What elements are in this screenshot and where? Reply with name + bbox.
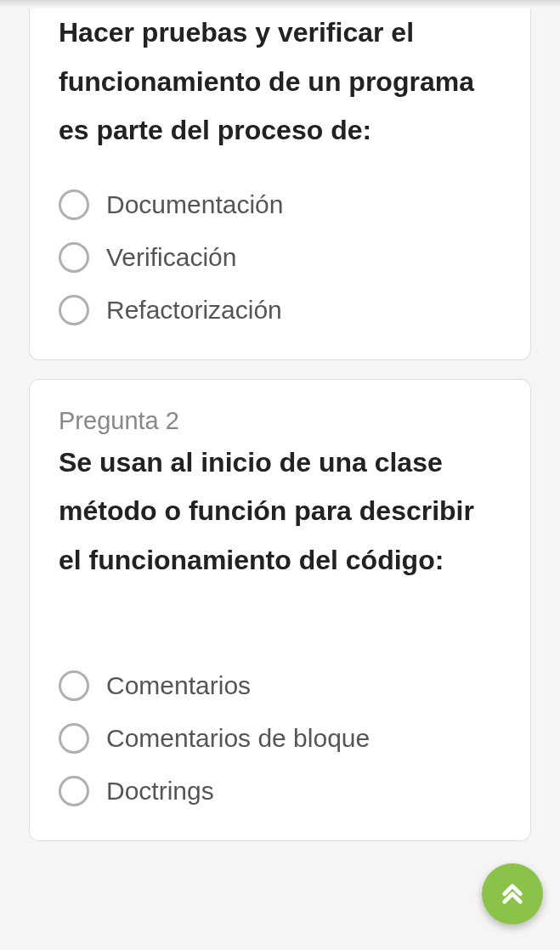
option-row[interactable]: Comentarios de bloque: [59, 723, 501, 754]
radio-icon: [59, 242, 89, 273]
question-card-1: Hacer pruebas y verificar el funcionamie…: [29, 8, 531, 360]
option-text: Comentarios: [106, 671, 251, 700]
option-text: Verificación: [106, 243, 236, 272]
question-text: Hacer pruebas y verificar el funcionamie…: [59, 8, 501, 156]
option-text: Refactorización: [106, 296, 282, 325]
option-row[interactable]: Comentarios: [59, 670, 501, 701]
option-text: Comentarios de bloque: [106, 724, 370, 753]
radio-icon: [59, 295, 89, 325]
question-label: Pregunta 2: [59, 407, 501, 435]
scroll-to-top-button[interactable]: [482, 863, 543, 925]
option-row[interactable]: Documentación: [59, 189, 501, 220]
radio-icon: [59, 723, 89, 754]
question-card-2: Pregunta 2 Se usan al inicio de una clas…: [29, 379, 531, 841]
option-text: Documentación: [106, 190, 283, 219]
question-text: Se usan al inicio de una clase método o …: [59, 438, 501, 585]
option-row[interactable]: Doctrings: [59, 776, 501, 806]
radio-icon: [59, 189, 89, 220]
top-shadow: [0, 0, 560, 7]
radio-icon: [59, 670, 89, 701]
radio-icon: [59, 776, 89, 806]
option-row[interactable]: Refactorización: [59, 295, 501, 325]
option-row[interactable]: Verificación: [59, 242, 501, 273]
option-text: Doctrings: [106, 777, 214, 806]
chevron-double-up-icon: [499, 880, 526, 908]
